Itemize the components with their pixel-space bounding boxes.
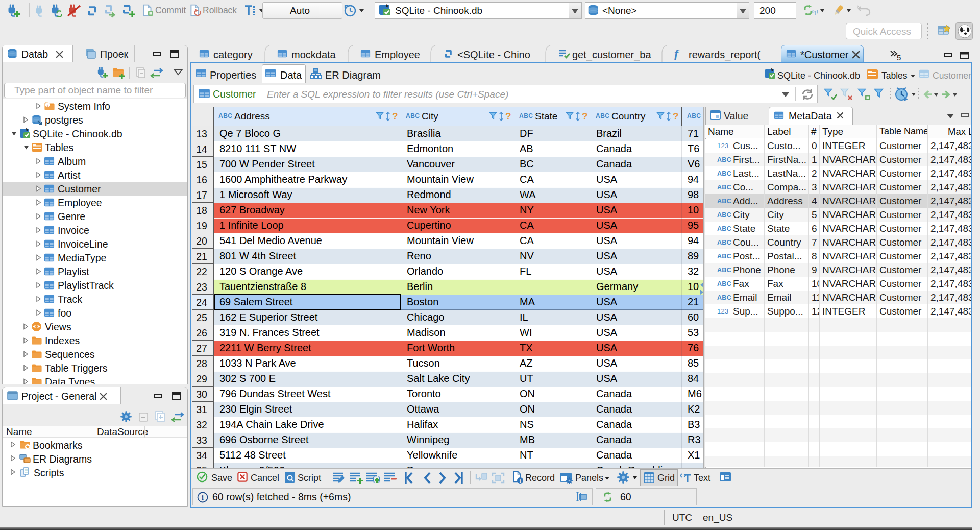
svg-text:i: i xyxy=(202,494,204,501)
